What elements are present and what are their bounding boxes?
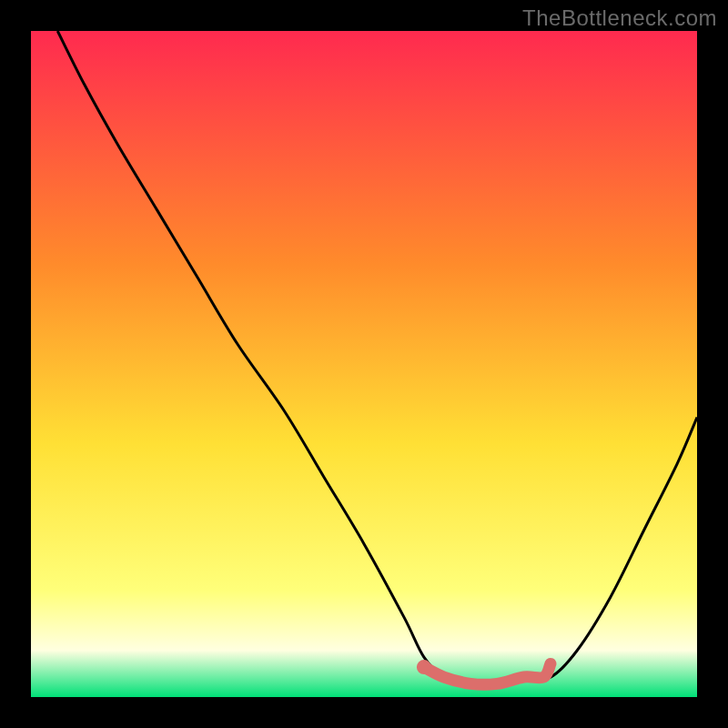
- svg-point-1: [417, 660, 431, 674]
- watermark-text: TheBottleneck.com: [522, 5, 717, 31]
- chart-curve: [31, 31, 697, 697]
- plot-area: [31, 31, 697, 697]
